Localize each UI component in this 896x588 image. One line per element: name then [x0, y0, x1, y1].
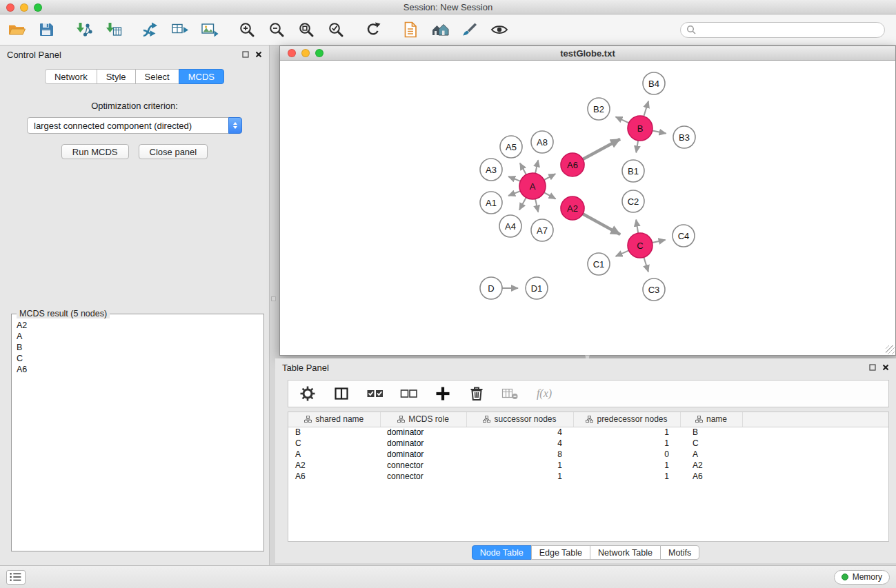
- network-graph[interactable]: AA1A2A3A4A5A6A7A8BB1B2B3B4CC1C2C3C4DD1: [280, 61, 895, 355]
- layout-button[interactable]: [141, 20, 160, 39]
- column-header-successor-nodes[interactable]: successor nodes: [466, 412, 573, 427]
- graph-node-A6[interactable]: A6: [561, 153, 584, 176]
- show-hide-button[interactable]: [490, 20, 509, 39]
- column-header-name[interactable]: name: [680, 412, 742, 427]
- float-table-panel-icon[interactable]: [869, 364, 876, 371]
- graph-node-C2[interactable]: C2: [622, 190, 644, 212]
- graph-node-A[interactable]: A: [519, 173, 546, 199]
- tab-network-table[interactable]: Network Table: [590, 545, 661, 560]
- tab-node-table[interactable]: Node Table: [472, 545, 532, 560]
- graph-node-B[interactable]: B: [628, 116, 653, 141]
- new-network-from-table-button[interactable]: [170, 20, 190, 39]
- network-canvas[interactable]: AA1A2A3A4A5A6A7A8BB1B2B3B4CC1C2C3C4DD1: [280, 61, 895, 355]
- graph-edge-A-A8[interactable]: [535, 160, 538, 173]
- import-network-button[interactable]: [74, 20, 93, 39]
- float-panel-icon[interactable]: [242, 51, 249, 58]
- graph-node-A7[interactable]: A7: [531, 219, 553, 241]
- graph-node-D1[interactable]: D1: [526, 277, 548, 299]
- network-window-titlebar[interactable]: testGlobe.txt: [280, 46, 895, 61]
- column-header-mcds-role[interactable]: MCDS role: [380, 412, 466, 427]
- graph-edge-B-B4[interactable]: [644, 101, 648, 116]
- vertical-splitter-handle[interactable]: [271, 296, 276, 301]
- save-session-button[interactable]: [37, 20, 56, 39]
- graph-node-B2[interactable]: B2: [588, 98, 610, 120]
- graph-node-D[interactable]: D: [480, 277, 502, 299]
- graph-node-C[interactable]: C: [628, 233, 653, 258]
- run-mcds-button[interactable]: Run MCDS: [61, 144, 129, 159]
- graph-node-A8[interactable]: A8: [531, 131, 553, 153]
- graph-edge-A6-B[interactable]: [583, 139, 620, 159]
- table-row[interactable]: A6connector11A6: [288, 471, 888, 482]
- delete-column-button[interactable]: [467, 384, 486, 403]
- select-all-button[interactable]: [366, 384, 385, 403]
- graph-edge-B-B3[interactable]: [653, 131, 666, 134]
- graph-edge-A-A7[interactable]: [535, 199, 538, 212]
- search-field[interactable]: [680, 22, 885, 38]
- delete-table-button[interactable]: [501, 384, 520, 403]
- graph-edge-A-A6[interactable]: [544, 174, 556, 180]
- optimization-criterion-select[interactable]: largest connected component (directed): [27, 117, 242, 134]
- tab-edge-table[interactable]: Edge Table: [531, 545, 590, 560]
- graph-edge-A-A1[interactable]: [508, 191, 520, 196]
- graph-node-C3[interactable]: C3: [643, 278, 665, 301]
- zoom-out-button[interactable]: [267, 20, 286, 39]
- table-settings-button[interactable]: [298, 384, 317, 403]
- graph-node-B4[interactable]: B4: [643, 72, 665, 94]
- close-panel-icon[interactable]: [255, 51, 262, 58]
- deselect-all-button[interactable]: [399, 384, 419, 403]
- zoom-selected-button[interactable]: [326, 20, 346, 39]
- table-row[interactable]: Cdominator41C: [288, 438, 888, 449]
- close-table-panel-icon[interactable]: [882, 364, 889, 371]
- table-row[interactable]: Adominator80A: [288, 449, 888, 460]
- graph-edge-B-B2[interactable]: [616, 116, 629, 123]
- graph-edge-C-C1[interactable]: [616, 250, 629, 256]
- first-neighbors-button[interactable]: [430, 20, 450, 39]
- tab-mcds[interactable]: MCDS: [179, 69, 224, 84]
- style-brush-button[interactable]: [460, 20, 479, 39]
- open-file-button[interactable]: [7, 20, 26, 39]
- graph-edge-A-A5[interactable]: [520, 163, 526, 175]
- graph-node-A1[interactable]: A1: [480, 192, 502, 214]
- window-resize-handle[interactable]: [886, 345, 895, 354]
- refresh-button[interactable]: [364, 20, 383, 39]
- export-image-button[interactable]: [200, 20, 219, 39]
- import-table-button[interactable]: [103, 20, 123, 39]
- graph-edge-C-C3[interactable]: [644, 257, 648, 272]
- table-row[interactable]: Bdominator41B: [288, 427, 888, 438]
- tab-network[interactable]: Network: [45, 69, 97, 84]
- graph-edge-A-A3[interactable]: [508, 176, 520, 181]
- graph-node-C4[interactable]: C4: [673, 225, 695, 247]
- graph-node-C1[interactable]: C1: [588, 253, 610, 275]
- graph-node-B1[interactable]: B1: [622, 160, 644, 182]
- zoom-in-button[interactable]: [237, 20, 257, 39]
- task-history-button[interactable]: [6, 570, 26, 585]
- column-header-shared-name[interactable]: shared name: [288, 412, 380, 427]
- function-builder-button[interactable]: f(x): [535, 384, 554, 403]
- show-columns-button[interactable]: [332, 384, 351, 403]
- graph-edge-A-A2[interactable]: [544, 192, 556, 199]
- export-document-button[interactable]: [401, 20, 420, 39]
- zoom-fit-button[interactable]: [297, 20, 316, 39]
- graph-node-A2[interactable]: A2: [561, 196, 584, 220]
- graph-node-A4[interactable]: A4: [499, 215, 521, 237]
- graph-node-A5[interactable]: A5: [500, 136, 522, 158]
- graph-edge-A-A4[interactable]: [519, 198, 526, 210]
- mcds-result-title: MCDS result (5 nodes): [17, 309, 110, 318]
- graph-node-A3[interactable]: A3: [480, 159, 502, 181]
- add-column-button[interactable]: [433, 384, 452, 403]
- brush-icon: [461, 21, 478, 38]
- table-row[interactable]: A2connector11A2: [288, 460, 888, 471]
- tab-motifs[interactable]: Motifs: [660, 545, 699, 560]
- column-header-predecessor-nodes[interactable]: predecessor nodes: [573, 412, 680, 427]
- graph-edge-A2-C[interactable]: [583, 214, 620, 234]
- graph-node-B3[interactable]: B3: [673, 126, 695, 148]
- graph-edge-B-B1[interactable]: [636, 141, 638, 153]
- graph-edge-C-C4[interactable]: [653, 240, 666, 243]
- tab-style[interactable]: Style: [97, 69, 136, 84]
- tab-select[interactable]: Select: [135, 69, 179, 84]
- search-icon: [686, 25, 696, 34]
- graph-edge-C-C2[interactable]: [636, 220, 638, 234]
- close-panel-button[interactable]: Close panel: [139, 144, 208, 159]
- search-input[interactable]: [699, 25, 879, 34]
- memory-button[interactable]: Memory: [834, 570, 890, 585]
